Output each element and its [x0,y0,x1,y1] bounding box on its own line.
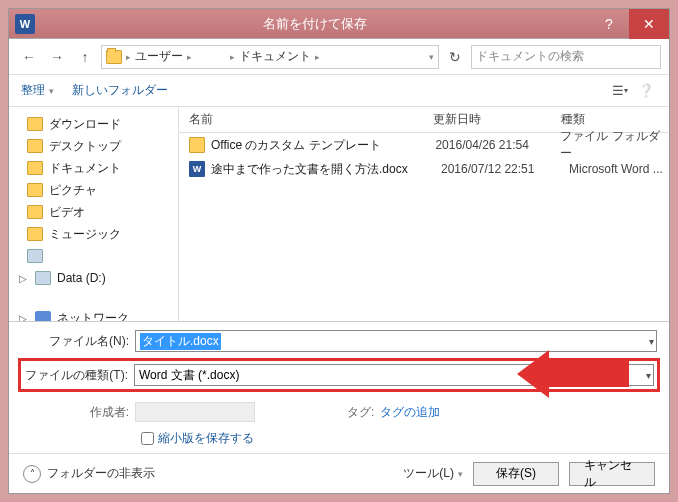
search-placeholder: ドキュメントの検索 [476,48,584,65]
tag-label: タグ: [347,404,374,421]
chevron-up-icon: ˄ [23,465,41,483]
col-type[interactable]: 種類 [561,111,669,128]
filename-input[interactable]: タイトル.docx ▾ [135,330,657,352]
cancel-button[interactable]: キャンセル [569,462,655,486]
drive-icon [35,271,51,285]
toolbar: 整理 ▾ 新しいフォルダー ☰▾ ❔ [9,75,669,107]
organize-button[interactable]: 整理 ▾ [21,82,54,99]
folder-icon [189,137,205,153]
tree-node-desktop[interactable]: デスクトップ [9,135,178,157]
tools-button[interactable]: ツール(L) ▾ [403,465,463,482]
folder-tree[interactable]: ダウンロード デスクトップ ドキュメント ピクチャ ビデオ ミュージック ▷Da… [9,107,179,321]
author-value[interactable] [135,402,255,422]
expand-icon[interactable]: ▷ [17,313,29,322]
dropdown-icon[interactable]: ▾ [429,52,434,62]
filename-value: タイトル.docx [140,333,221,350]
address-bar-row: ← → ↑ ▸ ユーザー ▸ ▸ ドキュメント ▸ ▾ ↻ ドキュメントの検索 [9,39,669,75]
network-icon [35,311,51,321]
chevron-right-icon: ▸ [315,52,320,62]
filetype-select[interactable]: Word 文書 (*.docx) ▾ [134,364,654,386]
save-button[interactable]: 保存(S) [473,462,559,486]
chevron-right-icon: ▸ [187,52,192,62]
folder-icon [27,117,43,131]
file-row[interactable]: W 途中まで作った文書を開く方法.docx 2016/07/12 22:51 M… [179,157,669,181]
folder-icon [27,183,43,197]
chevron-right-icon: ▸ [126,52,131,62]
folder-icon [27,205,43,219]
help-icon[interactable]: ❔ [635,80,657,102]
folder-icon [27,161,43,175]
author-label: 作成者: [21,404,129,421]
drive-icon [27,249,43,263]
expand-icon[interactable]: ▷ [17,273,29,284]
folder-icon [106,50,122,64]
word-app-icon: W [15,14,35,34]
col-name[interactable]: 名前 [179,111,433,128]
tree-node-documents[interactable]: ドキュメント [9,157,178,179]
tree-node-music[interactable]: ミュージック [9,223,178,245]
close-button[interactable]: ✕ [629,9,669,39]
refresh-button[interactable]: ↻ [443,45,467,69]
tree-node-downloads[interactable]: ダウンロード [9,113,178,135]
col-date[interactable]: 更新日時 [433,111,561,128]
filetype-label: ファイルの種類(T): [24,367,128,384]
tree-node-videos[interactable]: ビデオ [9,201,178,223]
new-folder-button[interactable]: 新しいフォルダー [72,82,168,99]
file-row[interactable]: Office のカスタム テンプレート 2016/04/26 21:54 ファイ… [179,133,669,157]
view-button[interactable]: ☰▾ [609,80,631,102]
file-list: 名前 更新日時 種類 Office のカスタム テンプレート 2016/04/2… [179,107,669,321]
tree-node-network[interactable]: ▷ネットワーク [9,307,178,321]
help-button[interactable]: ? [589,9,629,39]
chevron-right-icon: ▸ [230,52,235,62]
add-tag-link[interactable]: タグの追加 [380,404,440,421]
up-button[interactable]: ↑ [73,45,97,69]
hide-folders-button[interactable]: ˄ フォルダーの非表示 [23,465,155,483]
chevron-down-icon: ▾ [49,86,54,96]
search-input[interactable]: ドキュメントの検索 [471,45,661,69]
folder-icon [27,139,43,153]
titlebar: W 名前を付けて保存 ? ✕ [9,9,669,39]
filename-label: ファイル名(N): [21,333,129,350]
word-doc-icon: W [189,161,205,177]
breadcrumb-documents[interactable]: ドキュメント [239,48,311,65]
dialog-title: 名前を付けて保存 [41,15,589,33]
tree-node-pictures[interactable]: ピクチャ [9,179,178,201]
chevron-down-icon[interactable]: ▾ [649,336,654,347]
address-field[interactable]: ▸ ユーザー ▸ ▸ ドキュメント ▸ ▾ [101,45,439,69]
tree-node-drive[interactable]: ▷Data (D:) [9,267,178,289]
filetype-value: Word 文書 (*.docx) [139,367,239,384]
forward-button[interactable]: → [45,45,69,69]
folder-icon [27,227,43,241]
chevron-down-icon[interactable]: ▾ [646,370,651,381]
thumbnail-checkbox[interactable] [141,432,154,445]
chevron-down-icon: ▾ [458,469,463,479]
thumbnail-label: 縮小版を保存する [158,430,254,447]
tree-node-blank [9,245,178,267]
breadcrumb-users[interactable]: ユーザー [135,48,183,65]
back-button[interactable]: ← [17,45,41,69]
